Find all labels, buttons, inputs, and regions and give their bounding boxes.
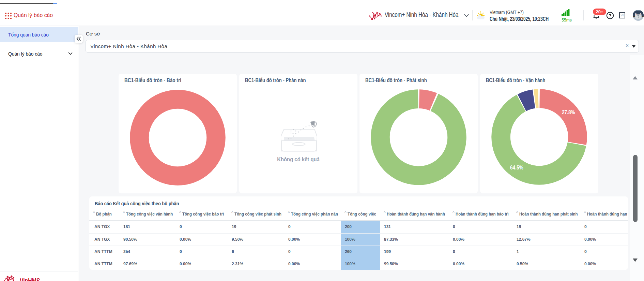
svg-text:?: ? [609, 13, 612, 18]
